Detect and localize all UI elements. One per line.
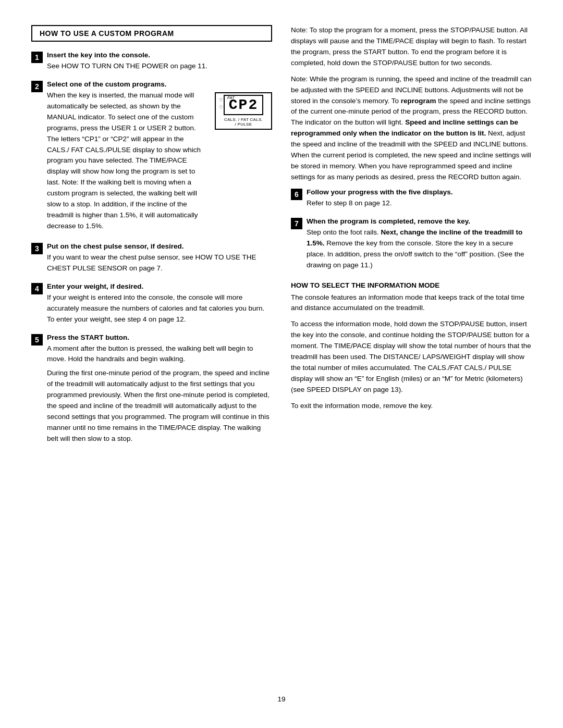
step-6-body: Refer to step 8 on page 12.	[307, 198, 532, 209]
step-7-pre: Step onto the foot rails.	[307, 228, 381, 236]
step-2-heading: Select one of the custom programs.	[47, 80, 272, 88]
step-7-number: 7	[291, 218, 302, 229]
step-2-number: 2	[31, 81, 43, 92]
right-column: Note: To stop the program for a moment, …	[291, 25, 532, 686]
step-3-content: Put on the chest pulse sensor, if desire…	[47, 242, 272, 277]
note-2: Note: While the program is running, the …	[291, 74, 532, 183]
step-1-content: Insert the key into the console. See HOW…	[47, 51, 272, 75]
heart-icon-1: ♡	[219, 96, 223, 104]
step-3-heading: Put on the chest pulse sensor, if desire…	[47, 242, 272, 250]
step-4-body: If your weight is entered into the conso…	[47, 292, 272, 325]
step-5-heading: Press the START button.	[47, 334, 272, 341]
two-column-layout: HOW TO USE A CUSTOM PROGRAM 1 Insert the…	[31, 25, 532, 686]
info-section-heading: HOW TO SELECT THE INFORMATION MODE	[291, 281, 532, 289]
step-5-block: 5 Press the START button. A moment after…	[31, 334, 272, 448]
step-7-content: When the program is completed, remove th…	[307, 217, 532, 274]
step-6-content: Follow your progress with the five displ…	[307, 188, 532, 212]
step-4-number: 4	[31, 283, 43, 294]
step-1-block: 1 Insert the key into the console. See H…	[31, 51, 272, 75]
page: HOW TO USE A CUSTOM PROGRAM 1 Insert the…	[0, 0, 563, 728]
note-1: Note: To stop the program for a moment, …	[291, 25, 532, 69]
page-number-value: 19	[277, 695, 285, 703]
step-7-heading: When the program is completed, remove th…	[307, 217, 532, 225]
step-3-block: 3 Put on the chest pulse sensor, if desi…	[31, 242, 272, 277]
step-4-heading: Enter your weight, if desired.	[47, 282, 272, 290]
section-title: HOW TO USE A CUSTOM PROGRAM	[40, 29, 174, 38]
step-5-body2: During the first one-minute period of th…	[47, 368, 272, 444]
step-5-body1: A moment after the button is pressed, th…	[47, 343, 272, 365]
step-5-content: Press the START button. A moment after t…	[47, 334, 272, 448]
step-3-body: If you want to wear the chest pulse sens…	[47, 252, 272, 274]
step-3-number: 3	[31, 243, 43, 254]
left-column: HOW TO USE A CUSTOM PROGRAM 1 Insert the…	[31, 25, 272, 686]
page-number: 19	[31, 695, 532, 703]
info-para-2: To access the information mode, hold dow…	[291, 319, 532, 395]
step-6-number: 6	[291, 189, 302, 200]
step-5-number: 5	[31, 334, 43, 346]
step-2-body-inline: When the key is inserted, the manual mod…	[47, 90, 272, 237]
step-7-body: Step onto the foot rails. Next, change t…	[307, 227, 532, 271]
step-1-body: See HOW TO TURN ON THE POWER on page 11.	[47, 61, 272, 72]
cp2-display: ♡ ♡ FAT CP2 CALS. / FAT CALS./ PULSE	[215, 92, 272, 130]
step-6-block: 6 Follow your progress with the five dis…	[291, 188, 532, 212]
heart-icons: ♡ ♡	[219, 96, 223, 112]
step-1-number: 1	[31, 52, 43, 63]
cals-label: CALS. / FAT CALS./ PULSE	[224, 117, 263, 127]
step-2-text: When the key is inserted, the manual mod…	[47, 90, 207, 237]
step-7-block: 7 When the program is completed, remove …	[291, 217, 532, 274]
section-header-box: HOW TO USE A CUSTOM PROGRAM	[31, 25, 272, 42]
step-6-heading: Follow your progress with the five displ…	[307, 188, 532, 196]
heart-icon-2: ♡	[219, 104, 223, 111]
step-1-heading: Insert the key into the console.	[47, 51, 272, 59]
fat-label: FAT	[227, 95, 235, 100]
step-4-block: 4 Enter your weight, if desired. If your…	[31, 282, 272, 328]
step-2-block: 2 Select one of the custom programs. Whe…	[31, 80, 272, 237]
step-2-para: When the key is inserted, the manual mod…	[47, 90, 207, 232]
step-4-content: Enter your weight, if desired. If your w…	[47, 282, 272, 328]
note-2-reprogram: reprogram	[401, 97, 436, 105]
info-para-3: To exit the information mode, remove the…	[291, 401, 532, 412]
step-7-end: Remove the key from the console. Store t…	[307, 239, 524, 269]
info-para-1: The console features an information mode…	[291, 292, 532, 314]
step-2-content: Select one of the custom programs. When …	[47, 80, 272, 237]
